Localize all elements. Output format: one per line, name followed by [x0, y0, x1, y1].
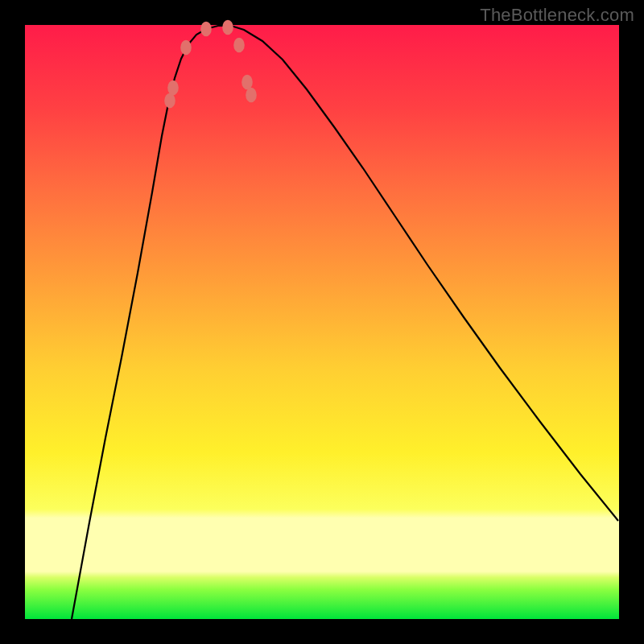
- curve-marker: [222, 20, 233, 35]
- curve-marker: [167, 80, 179, 95]
- watermark-text: TheBottleneck.com: [480, 5, 634, 26]
- curve-marker: [200, 22, 212, 36]
- curve-marker: [242, 75, 253, 89]
- curve-markers: [164, 20, 257, 108]
- curve-marker: [246, 88, 257, 102]
- chart-frame: TheBottleneck.com: [0, 0, 644, 644]
- chart-svg: [25, 25, 619, 619]
- bottleneck-curve-line: [72, 26, 618, 619]
- curve-marker: [164, 93, 175, 108]
- curve-marker: [233, 38, 245, 52]
- curve-marker: [180, 40, 192, 55]
- chart-plot-area: [25, 25, 619, 619]
